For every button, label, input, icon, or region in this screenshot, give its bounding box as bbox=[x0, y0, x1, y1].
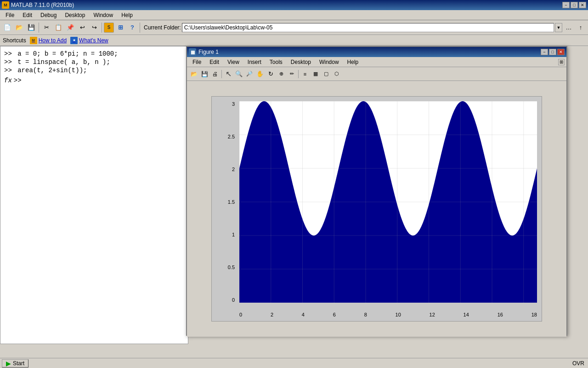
fig-zoom-out-btn[interactable]: 🔎 bbox=[244, 69, 254, 79]
fig-legend-btn[interactable]: ≡ bbox=[300, 69, 310, 79]
prompt-1: >> bbox=[4, 50, 12, 58]
shortcuts-bar: Shortcuts M How to Add ★ What's New bbox=[0, 35, 588, 46]
fig-colorbar-btn[interactable]: ▦ bbox=[311, 69, 321, 79]
figure-menu-view[interactable]: View bbox=[224, 58, 243, 66]
x-label-10: 10 bbox=[396, 312, 401, 317]
y-axis-label-0: 0 bbox=[232, 297, 237, 303]
fig-open-btn[interactable]: 📂 bbox=[189, 69, 199, 79]
figure-menu-desktop[interactable]: Desktop bbox=[287, 58, 315, 66]
prompt-3: >> bbox=[4, 67, 12, 74]
folder-browse-button[interactable]: … bbox=[563, 22, 574, 33]
x-label-18: 18 bbox=[531, 312, 537, 317]
how-to-add-text: How to Add bbox=[39, 37, 67, 44]
titlebar-left: M MATLAB 7.11.0 (R2010b) bbox=[2, 1, 74, 9]
figure-titlebar: ▦ Figure 1 − □ ✕ bbox=[187, 47, 566, 57]
fig-3d-btn[interactable]: ⬡ bbox=[332, 69, 342, 79]
save-button[interactable]: 💾 bbox=[26, 22, 37, 33]
paste-button[interactable]: 📌 bbox=[65, 22, 76, 33]
cmd-text-3: area(t, 2+sin(t)); bbox=[14, 67, 87, 74]
titlebar: M MATLAB 7.11.0 (R2010b) − □ ✕ bbox=[0, 0, 588, 10]
figure-maximize-button[interactable]: □ bbox=[549, 49, 556, 55]
figure-menu-file[interactable]: File bbox=[189, 58, 205, 66]
start-icon: ▶ bbox=[6, 360, 11, 367]
shortcuts-label: Shortcuts bbox=[3, 37, 26, 44]
fig-datacursor-btn[interactable]: ⊕ bbox=[276, 69, 286, 79]
fig-zoom-in-btn[interactable]: 🔍 bbox=[234, 69, 244, 79]
menu-debug[interactable]: Debug bbox=[37, 11, 60, 19]
start-label: Start bbox=[13, 360, 24, 367]
whats-new-link[interactable]: ★ What's New bbox=[70, 37, 108, 44]
fig-print-btn[interactable]: 🖨 bbox=[210, 69, 220, 79]
figure-menu-window[interactable]: Window bbox=[316, 58, 343, 66]
simulink-button[interactable]: S bbox=[104, 23, 114, 33]
close-button[interactable]: ✕ bbox=[579, 2, 586, 8]
toolbar-sep-1 bbox=[39, 23, 39, 33]
figure-controls[interactable]: − □ ✕ bbox=[541, 49, 565, 55]
figure-menu-edit[interactable]: Edit bbox=[206, 58, 223, 66]
figure-minimize-button[interactable]: − bbox=[541, 49, 548, 55]
axes-box: 0 2 4 6 8 10 12 14 16 18 0 0.5 1 1.5 bbox=[211, 96, 542, 322]
figure-menu-expand[interactable]: ⊞ bbox=[558, 59, 565, 65]
figure-menu-tools[interactable]: Tools bbox=[266, 58, 286, 66]
matlab-icon: M bbox=[2, 1, 9, 9]
x-label-8: 8 bbox=[364, 312, 367, 317]
redo-button[interactable]: ↪ bbox=[89, 22, 100, 33]
figure-window[interactable]: ▦ Figure 1 − □ ✕ File Edit View Insert T… bbox=[186, 46, 567, 336]
fig-save-btn[interactable]: 💾 bbox=[199, 69, 209, 79]
maximize-button[interactable]: □ bbox=[571, 2, 578, 8]
figure-close-button[interactable]: ✕ bbox=[557, 49, 565, 55]
cmd-line-3: >> area(t, 2+sin(t)); bbox=[4, 67, 184, 74]
cmd-line-fx: fx >> bbox=[4, 77, 184, 84]
menu-window[interactable]: Window bbox=[90, 11, 117, 19]
y-axis-label-15: 1.5 bbox=[228, 199, 237, 205]
figure-menu-help[interactable]: Help bbox=[344, 58, 362, 66]
statusbar: ▶ Start OVR bbox=[0, 358, 588, 368]
whats-new-text: What's New bbox=[79, 37, 108, 44]
fig-2d-btn[interactable]: ▢ bbox=[321, 69, 331, 79]
minimize-button[interactable]: − bbox=[562, 2, 570, 8]
start-button[interactable]: ▶ Start bbox=[2, 359, 28, 368]
folder-dropdown-button[interactable]: ▼ bbox=[555, 23, 562, 32]
new-file-button[interactable]: 📄 bbox=[2, 22, 13, 33]
folder-up-button[interactable]: ↑ bbox=[575, 22, 586, 33]
x-label-4: 4 bbox=[302, 312, 305, 317]
x-label-2: 2 bbox=[271, 312, 273, 317]
cmd-text-2: t = linspace( a, b, n ); bbox=[14, 58, 110, 66]
y-axis-label-05: 0.5 bbox=[228, 264, 237, 270]
open-button[interactable]: 📂 bbox=[14, 22, 25, 33]
fig-brush-btn[interactable]: ✏ bbox=[287, 69, 297, 79]
how-to-add-link[interactable]: M How to Add bbox=[30, 37, 67, 44]
y-axis-label-3: 3 bbox=[232, 101, 237, 107]
chart-svg bbox=[239, 101, 537, 303]
menu-edit[interactable]: Edit bbox=[19, 11, 36, 19]
fig-select-btn[interactable]: ↖ bbox=[223, 69, 233, 79]
fig-rotate-btn[interactable]: ↻ bbox=[266, 69, 276, 79]
figure-menubar: File Edit View Insert Tools Desktop Wind… bbox=[187, 57, 566, 67]
titlebar-controls[interactable]: − □ ✕ bbox=[562, 2, 586, 8]
fig-pan-btn[interactable]: ✋ bbox=[255, 69, 265, 79]
x-axis-labels: 0 2 4 6 8 10 12 14 16 18 bbox=[239, 312, 537, 317]
prompt-fx: >> bbox=[14, 77, 22, 84]
cut-button[interactable]: ✂ bbox=[41, 22, 52, 33]
command-window[interactable]: >> a = 0; b = 6*pi; n = 1000; >> t = lin… bbox=[0, 46, 188, 344]
main-area: >> a = 0; b = 6*pi; n = 1000; >> t = lin… bbox=[0, 46, 588, 344]
undo-button[interactable]: ↩ bbox=[77, 22, 88, 33]
menu-help[interactable]: Help bbox=[118, 11, 136, 19]
figure-menu-insert[interactable]: Insert bbox=[244, 58, 265, 66]
x-label-6: 6 bbox=[333, 312, 336, 317]
copy-button[interactable]: 📋 bbox=[53, 22, 64, 33]
figure-title: Figure 1 bbox=[198, 49, 219, 55]
help-button[interactable]: ? bbox=[127, 22, 138, 33]
figure-titlebar-left: ▦ Figure 1 bbox=[189, 48, 219, 56]
fig-sep-1 bbox=[221, 70, 222, 78]
folder-path-input[interactable]: C:\Users\slawek\Desktop\Lab\cw-05 bbox=[182, 23, 554, 32]
y-axis-labels: 0 0.5 1 1.5 2 2.5 3 bbox=[213, 101, 237, 303]
folder-path-text: C:\Users\slawek\Desktop\Lab\cw-05 bbox=[184, 24, 273, 31]
toolbar-sep-2 bbox=[102, 23, 102, 33]
guide-button[interactable]: ⊞ bbox=[115, 22, 126, 33]
y-axis-label-25: 2.5 bbox=[228, 134, 237, 139]
how-to-add-icon: M bbox=[30, 37, 37, 44]
menu-desktop[interactable]: Desktop bbox=[61, 11, 89, 19]
figure-toolbar: 📂 💾 🖨 ↖ 🔍 🔎 ✋ ↻ ⊕ ✏ ≡ ▦ ▢ ⬡ bbox=[187, 67, 566, 81]
menu-file[interactable]: File bbox=[2, 11, 18, 19]
